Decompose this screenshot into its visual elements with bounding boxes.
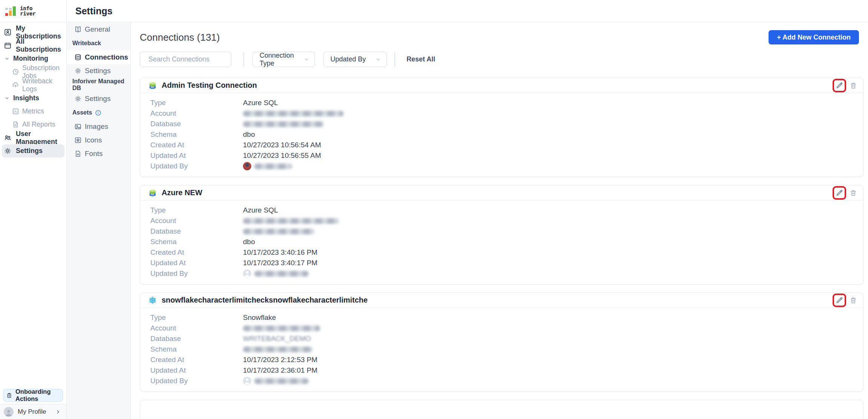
redacted-value xyxy=(254,271,309,277)
delete-connection-button[interactable] xyxy=(849,295,858,305)
field-value: dbo xyxy=(243,238,255,246)
field-label: Database xyxy=(150,120,243,128)
page-title: Settings xyxy=(75,6,113,17)
chevron-down-icon xyxy=(375,57,381,63)
field-row: Updated At10/17/2023 2:36:01 PM xyxy=(150,365,854,376)
field-label: Updated By xyxy=(150,162,243,170)
field-row: Updated By xyxy=(150,268,854,279)
field-row: Created At10/27/2023 10:56:54 AM xyxy=(150,140,854,150)
image-icon xyxy=(74,123,82,130)
field-label: Updated At xyxy=(150,259,243,267)
top-bar: Settings xyxy=(67,0,868,22)
redacted-value xyxy=(243,229,315,234)
search-connections-box xyxy=(140,52,231,67)
connection-card: snowflakecharacterlimitchecksnowflakecha… xyxy=(140,292,863,392)
field-row: TypeSnowflake xyxy=(150,312,854,323)
clipboard-icon xyxy=(6,392,12,399)
connection-card-header: SQLAdmin Testing Connection xyxy=(140,78,863,93)
edit-connection-button[interactable] xyxy=(834,81,844,90)
search-connections-input[interactable] xyxy=(148,55,236,63)
field-row: Updated At10/17/2023 3:40:17 PM xyxy=(150,258,854,268)
field-row: Schemadbo xyxy=(150,237,854,247)
my-profile-row[interactable]: My Profile xyxy=(0,404,66,419)
field-label: Updated By xyxy=(150,269,243,278)
connection-title: snowflakecharacterlimitchecksnowflakecha… xyxy=(162,296,368,304)
field-value: Azure SQL xyxy=(243,206,278,214)
connection-card: SQLAzure NEWTypeAzure SQLAccountDatabase… xyxy=(140,185,863,284)
settings-nav-general[interactable]: General xyxy=(67,23,130,36)
settings-nav-writeback-settings[interactable]: Settings xyxy=(67,64,130,78)
calendar-icon xyxy=(4,41,12,49)
field-row: TypeAzure SQL xyxy=(150,205,854,216)
sidebar-item-writeback-logs[interactable]: Writeback Logs xyxy=(0,78,66,92)
field-value xyxy=(243,162,292,170)
subscription-badge-icon xyxy=(4,28,12,36)
field-label: Updated At xyxy=(150,366,243,375)
field-label: Schema xyxy=(150,238,243,246)
sidebar-item-settings[interactable]: Settings xyxy=(2,144,64,158)
redacted-value xyxy=(243,218,339,224)
profile-avatar xyxy=(4,407,14,417)
field-label: Updated At xyxy=(150,151,243,160)
updated-by-dropdown[interactable]: Updated By xyxy=(323,52,387,67)
edit-highlight-annotation xyxy=(833,294,846,307)
edit-connection-button[interactable] xyxy=(834,188,844,198)
sidebar-item-my-subscriptions[interactable]: My Subscriptions xyxy=(0,26,66,39)
connection-card-header: SQLAzure NEW xyxy=(140,185,863,200)
redacted-value xyxy=(243,347,313,352)
field-value: 10/17/2023 3:40:16 PM xyxy=(243,248,318,257)
settings-nav-fonts[interactable]: A Fonts xyxy=(67,147,130,161)
connection-title: Azure NEW xyxy=(162,188,202,197)
edit-connection-button[interactable] xyxy=(834,295,844,305)
redacted-value xyxy=(243,326,320,331)
add-new-connection-button[interactable]: + Add New Connection xyxy=(769,30,859,44)
users-icon xyxy=(4,134,12,142)
settings-nav-connections[interactable]: Connections xyxy=(67,50,130,64)
field-value xyxy=(243,347,313,352)
settings-nav-icons[interactable]: Icons xyxy=(67,133,130,147)
settings-nav-images[interactable]: Images xyxy=(67,120,130,133)
field-value xyxy=(243,218,339,224)
field-value: 10/17/2023 2:36:01 PM xyxy=(243,366,318,375)
field-row: Account xyxy=(150,108,854,119)
sidebar-group-monitoring[interactable]: Monitoring xyxy=(0,52,66,65)
font-icon: A xyxy=(74,150,82,158)
inforiver-logo: info river xyxy=(0,0,67,22)
settings-nav-managed-db-settings[interactable]: Settings xyxy=(67,92,130,106)
logo-bars-icon xyxy=(5,4,18,18)
edit-highlight-annotation xyxy=(833,186,846,200)
user-avatar xyxy=(243,269,251,278)
connection-type-dropdown[interactable]: Connection Type xyxy=(252,52,315,67)
user-avatar xyxy=(243,162,251,170)
field-label: Account xyxy=(150,109,243,118)
field-label: Database xyxy=(150,227,243,235)
onboarding-actions-button[interactable]: Onboarding Actions xyxy=(3,389,63,402)
field-row: Database xyxy=(150,226,854,237)
sidebar-item-subscription-jobs[interactable]: Subscription Jobs xyxy=(0,65,66,78)
sidebar-item-metrics[interactable]: Metrics xyxy=(0,105,66,118)
settings-nav-section-writeback: Writeback xyxy=(67,36,130,50)
field-value: 10/27/2023 10:56:55 AM xyxy=(243,151,321,160)
field-row: Created At10/17/2023 2:12:53 PM xyxy=(150,355,854,365)
chevron-down-icon xyxy=(4,95,10,101)
field-label: Schema xyxy=(150,130,243,139)
field-label: Created At xyxy=(150,356,243,364)
cloud-upload-icon xyxy=(12,81,19,89)
info-icon[interactable] xyxy=(95,110,101,116)
connections-heading: Connections (131) xyxy=(140,32,220,43)
primary-sidebar: My Subscriptions All Subscriptions Monit… xyxy=(0,22,67,419)
delete-connection-button[interactable] xyxy=(849,81,858,90)
database-icon xyxy=(74,54,82,61)
sidebar-group-insights[interactable]: Insights xyxy=(0,92,66,105)
app-window: info river Settings My Subscriptions All… xyxy=(0,0,868,419)
delete-connection-button[interactable] xyxy=(849,188,858,198)
reset-all-button[interactable]: Reset All xyxy=(406,55,435,63)
sidebar-item-all-reports[interactable]: All Reports xyxy=(0,118,66,131)
sidebar-item-user-management[interactable]: User Management xyxy=(0,131,66,144)
chevron-down-icon xyxy=(304,57,309,63)
logo-wordmark: info river xyxy=(20,6,35,16)
field-value: 10/27/2023 10:56:54 AM xyxy=(243,141,321,149)
svg-text:SQL: SQL xyxy=(150,86,155,88)
divider xyxy=(243,52,244,67)
sidebar-item-all-subscriptions[interactable]: All Subscriptions xyxy=(0,39,66,52)
